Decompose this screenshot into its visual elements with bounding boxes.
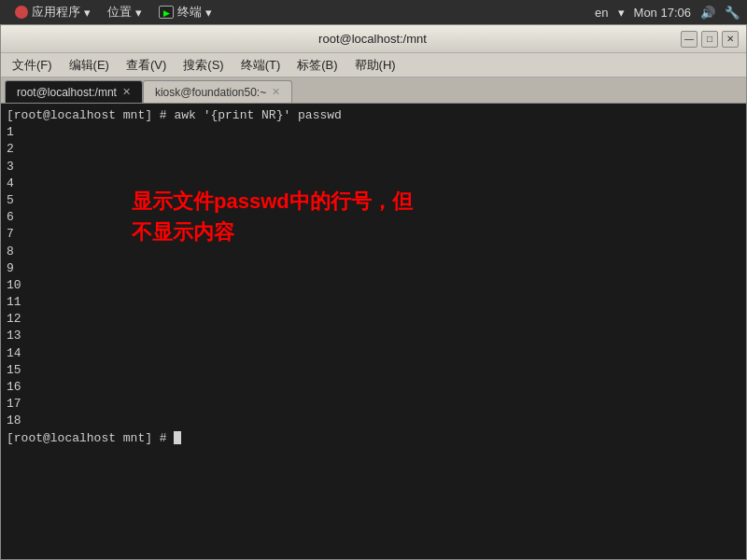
line-1: 1 xyxy=(7,124,740,141)
topbar-right: en ▾ Mon 17:06 🔊 🔧 xyxy=(595,6,740,20)
terminal-window: root@localhost:/mnt — □ ✕ 文件(F) 编辑(E) 查看… xyxy=(0,24,747,560)
terminal-content[interactable]: [root@localhost mnt] # awk '{print NR}' … xyxy=(1,104,746,559)
annotation-line1: 显示文件passwd中的行号，但 xyxy=(132,186,413,217)
menu-view[interactable]: 查看(V) xyxy=(119,55,174,76)
close-button[interactable]: ✕ xyxy=(722,31,739,48)
annotation-line2: 不显示内容 xyxy=(132,217,413,247)
tab-kiosk-label: kiosk@foundation50:~ xyxy=(155,86,266,99)
system-topbar: 应用程序 ▾ 位置 ▾ ▶ 终端 ▾ en ▾ Mon 17:06 🔊 🔧 xyxy=(0,0,747,24)
line-15: 15 xyxy=(7,362,740,379)
places-chevron: ▾ xyxy=(135,6,142,20)
menu-help[interactable]: 帮助(H) xyxy=(347,55,403,76)
command-line: [root@localhost mnt] # awk '{print NR}' … xyxy=(7,107,740,124)
menu-bar: 文件(F) 编辑(E) 查看(V) 搜索(S) 终端(T) 标签(B) 帮助(H… xyxy=(1,53,746,77)
annotation: 显示文件passwd中的行号，但 不显示内容 xyxy=(132,186,413,247)
tab-root-localhost[interactable]: root@localhost:/mnt ✕ xyxy=(5,80,143,103)
lang-indicator[interactable]: en xyxy=(595,6,608,20)
tab-kiosk[interactable]: kiosk@foundation50:~ ✕ xyxy=(143,80,292,103)
menu-search[interactable]: 搜索(S) xyxy=(176,55,231,76)
window-title: root@localhost:/mnt xyxy=(64,32,681,46)
line-17: 17 xyxy=(7,396,740,413)
title-bar: root@localhost:/mnt — □ ✕ xyxy=(1,25,746,53)
tab-root-localhost-close[interactable]: ✕ xyxy=(122,86,131,98)
menu-edit[interactable]: 编辑(E) xyxy=(62,55,117,76)
settings-icon[interactable]: 🔧 xyxy=(725,6,740,20)
tab-kiosk-close[interactable]: ✕ xyxy=(272,86,280,98)
maximize-button[interactable]: □ xyxy=(701,31,718,48)
line-10: 10 xyxy=(7,277,740,294)
line-13: 13 xyxy=(7,328,740,344)
minimize-button[interactable]: — xyxy=(681,31,698,48)
apps-icon xyxy=(15,6,28,19)
datetime: Mon 17:06 xyxy=(634,6,691,20)
places-menu[interactable]: 位置 ▾ xyxy=(100,2,149,22)
apps-chevron: ▾ xyxy=(84,6,91,20)
line-16: 16 xyxy=(7,379,740,396)
menu-terminal[interactable]: 终端(T) xyxy=(233,55,289,76)
line-12: 12 xyxy=(7,311,740,328)
final-prompt: [root@localhost mnt] # xyxy=(7,430,740,447)
terminal-chevron: ▾ xyxy=(205,6,212,20)
line-2: 2 xyxy=(7,141,740,158)
window-controls: — □ ✕ xyxy=(681,31,739,48)
lang-chevron: ▾ xyxy=(618,6,625,20)
places-label: 位置 xyxy=(107,4,132,21)
topbar-left: 应用程序 ▾ 位置 ▾ ▶ 终端 ▾ xyxy=(7,2,219,22)
apps-label: 应用程序 xyxy=(32,4,80,21)
tab-bar: root@localhost:/mnt ✕ kiosk@foundation50… xyxy=(1,77,746,104)
line-3: 3 xyxy=(7,159,740,175)
line-9: 9 xyxy=(7,260,740,277)
tab-root-localhost-label: root@localhost:/mnt xyxy=(17,86,117,99)
apps-menu[interactable]: 应用程序 ▾ xyxy=(7,2,98,22)
terminal-label: 终端 xyxy=(177,4,202,21)
terminal-icon: ▶ xyxy=(159,6,174,19)
menu-tabs[interactable]: 标签(B) xyxy=(289,55,345,76)
line-18: 18 xyxy=(7,413,740,429)
line-11: 11 xyxy=(7,294,740,311)
line-14: 14 xyxy=(7,345,740,362)
volume-icon[interactable]: 🔊 xyxy=(700,6,715,20)
menu-file[interactable]: 文件(F) xyxy=(5,55,60,76)
terminal-menu[interactable]: ▶ 终端 ▾ xyxy=(151,2,219,22)
